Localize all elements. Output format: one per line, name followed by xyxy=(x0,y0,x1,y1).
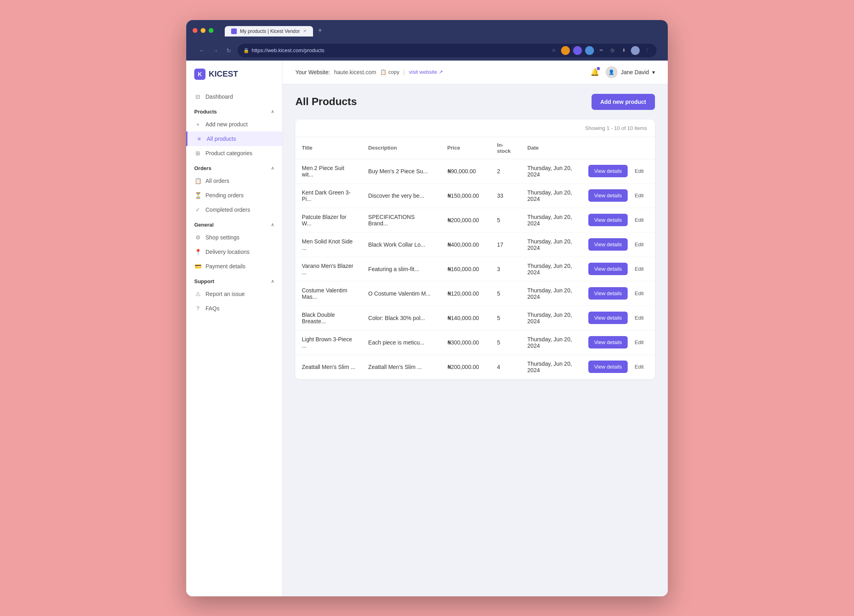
sidebar-item-report-issue[interactable]: ⚠ Report an issue xyxy=(186,287,282,301)
chevron-general[interactable]: ∧ xyxy=(271,222,274,227)
sidebar-item-completed-orders[interactable]: ✓ Completed orders xyxy=(186,203,282,217)
sidebar-item-all-products[interactable]: ≡ All products xyxy=(186,132,282,146)
view-details-button[interactable]: View details xyxy=(588,263,627,275)
edit-button[interactable]: Edit xyxy=(630,336,649,349)
logo: K KICEST xyxy=(186,69,282,89)
forward-button[interactable]: → xyxy=(211,47,220,55)
edit-button[interactable]: Edit xyxy=(630,312,649,324)
sidebar-item-dashboard[interactable]: ⊟ Dashboard xyxy=(186,89,282,104)
cell-date-2: Thursday, Jun 20, 2024 xyxy=(521,208,582,232)
col-header-actions xyxy=(582,137,655,159)
extension-icon-2[interactable] xyxy=(573,46,582,55)
browser-controls: My products | Kicest Vendor ✕ + xyxy=(193,25,661,36)
sidebar-item-faqs[interactable]: ? FAQs xyxy=(186,301,282,316)
sidebar-item-shop-settings[interactable]: ⚙ Shop settings xyxy=(186,230,282,245)
visit-label: visit website xyxy=(409,69,437,75)
maximize-window-button[interactable] xyxy=(209,28,214,33)
view-details-button[interactable]: View details xyxy=(588,361,627,373)
edit-button[interactable]: Edit xyxy=(630,361,649,373)
lock-icon: 🔒 xyxy=(243,48,249,53)
page-title: All Products xyxy=(295,95,357,108)
copy-button[interactable]: 📋 copy xyxy=(380,69,399,75)
close-window-button[interactable] xyxy=(193,28,197,33)
add-new-product-button[interactable]: Add new product xyxy=(592,94,655,110)
extension-icon-3[interactable] xyxy=(585,46,594,55)
user-menu[interactable]: 👤 Jane David ▾ xyxy=(606,66,655,78)
edit-button[interactable]: Edit xyxy=(630,214,649,226)
view-details-button[interactable]: View details xyxy=(588,287,627,300)
sidebar-item-payment-details[interactable]: 💳 Payment details xyxy=(186,259,282,274)
grid-icon: ⊞ xyxy=(194,150,201,156)
sidebar-label-delivery-locations: Delivery locations xyxy=(205,249,250,255)
cell-title-2: Patcute Blazer for W... xyxy=(295,208,362,232)
main-content: Your Website: haute.kicest.com 📋 copy | … xyxy=(283,61,668,596)
sidebar-item-pending-orders[interactable]: ⏳ Pending orders xyxy=(186,188,282,203)
settings-icon: ⚙ xyxy=(194,234,201,241)
view-details-button[interactable]: View details xyxy=(588,312,627,324)
sidebar-item-product-categories[interactable]: ⊞ Product categories xyxy=(186,146,282,160)
cell-price-8: ₦200,000.00 xyxy=(441,355,491,379)
cell-date-8: Thursday, Jun 20, 2024 xyxy=(521,355,582,379)
chevron-products[interactable]: ∧ xyxy=(271,109,274,114)
cell-title-3: Men Solid Knot Side ... xyxy=(295,232,362,257)
website-info: Your Website: haute.kicest.com 📋 copy | … xyxy=(295,69,443,76)
tab-close-button[interactable]: ✕ xyxy=(303,28,307,34)
chevron-orders[interactable]: ∧ xyxy=(271,166,274,171)
view-details-button[interactable]: View details xyxy=(588,214,627,226)
sidebar-item-all-orders[interactable]: 📋 All orders xyxy=(186,174,282,188)
cell-actions-2: View details Edit xyxy=(582,208,655,232)
avatar: 👤 xyxy=(606,66,618,78)
download-icon[interactable]: ⬇ xyxy=(620,47,628,55)
cell-price-3: ₦400,000.00 xyxy=(441,232,491,257)
sidebar-item-delivery-locations[interactable]: 📍 Delivery locations xyxy=(186,245,282,259)
edit-button[interactable]: Edit xyxy=(630,238,649,251)
table-row: Costume Valentim Mas... O Costume Valent… xyxy=(295,281,655,306)
edit-button[interactable]: Edit xyxy=(630,165,649,177)
cell-price-5: ₦120,000.00 xyxy=(441,281,491,306)
sidebar-item-add-new-product[interactable]: + Add new product xyxy=(186,117,282,132)
menu-dots-icon[interactable]: ⋮ xyxy=(643,47,651,55)
active-tab[interactable]: My products | Kicest Vendor ✕ xyxy=(225,26,313,36)
view-details-button[interactable]: View details xyxy=(588,165,627,177)
chevron-support[interactable]: ∧ xyxy=(271,279,274,284)
cell-date-6: Thursday, Jun 20, 2024 xyxy=(521,306,582,330)
orders-icon: 📋 xyxy=(194,178,201,184)
cell-desc-0: Buy Men's 2 Piece Su... xyxy=(362,159,441,183)
view-details-button[interactable]: View details xyxy=(588,238,627,251)
sidebar-label-all-orders: All orders xyxy=(205,178,229,184)
new-tab-button[interactable]: + xyxy=(315,25,325,36)
col-header-stock: In-stock xyxy=(491,137,521,159)
sidebar-label-all-products: All products xyxy=(207,136,236,142)
star-icon[interactable]: ☆ xyxy=(550,47,558,55)
view-details-button[interactable]: View details xyxy=(588,189,627,202)
edit-button[interactable]: Edit xyxy=(630,189,649,202)
faq-icon: ? xyxy=(194,305,201,312)
back-button[interactable]: ← xyxy=(197,47,206,55)
table-row: Zeattall Men's Slim ... Zeattall Men's S… xyxy=(295,355,655,379)
cell-desc-4: Featuring a slim-fit... xyxy=(362,257,441,281)
copy-icon: 📋 xyxy=(380,69,386,75)
edit-button[interactable]: Edit xyxy=(630,263,649,275)
cell-stock-5: 5 xyxy=(491,281,521,306)
notification-button[interactable]: 🔔 xyxy=(590,68,599,77)
extension-icon-1[interactable] xyxy=(561,46,570,55)
cell-price-6: ₦140,000.00 xyxy=(441,306,491,330)
address-bar[interactable]: 🔒 https://web.kicest.com/products ☆ ✏ ◷ … xyxy=(238,44,657,57)
clock-icon[interactable]: ◷ xyxy=(608,47,616,55)
cell-desc-5: O Costume Valentim M... xyxy=(362,281,441,306)
pen-icon[interactable]: ✏ xyxy=(597,47,605,55)
profile-icon[interactable] xyxy=(631,46,640,55)
sidebar: K KICEST ⊟ Dashboard Products ∧ + Add ne… xyxy=(186,61,283,596)
list-icon: ≡ xyxy=(195,136,203,142)
cell-date-1: Thursday, Jun 20, 2024 xyxy=(521,183,582,208)
minimize-window-button[interactable] xyxy=(201,28,205,33)
visit-website-link[interactable]: visit website ↗ xyxy=(409,69,443,75)
table-row: Men 2 Piece Suit wit... Buy Men's 2 Piec… xyxy=(295,159,655,183)
sidebar-label-faqs: FAQs xyxy=(205,305,220,312)
cell-actions-4: View details Edit xyxy=(582,257,655,281)
view-details-button[interactable]: View details xyxy=(588,336,627,349)
refresh-button[interactable]: ↻ xyxy=(225,47,233,55)
cell-stock-0: 2 xyxy=(491,159,521,183)
edit-button[interactable]: Edit xyxy=(630,287,649,300)
section-label-orders: Orders xyxy=(194,165,211,171)
